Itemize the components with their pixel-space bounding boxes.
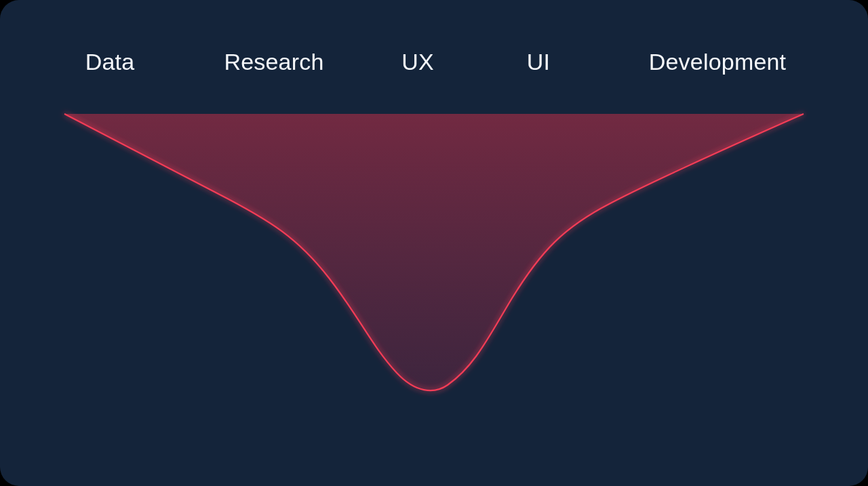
funnel-chart [0, 0, 868, 486]
diagram-card: DataResearchUXUIDevelopment [0, 0, 868, 486]
